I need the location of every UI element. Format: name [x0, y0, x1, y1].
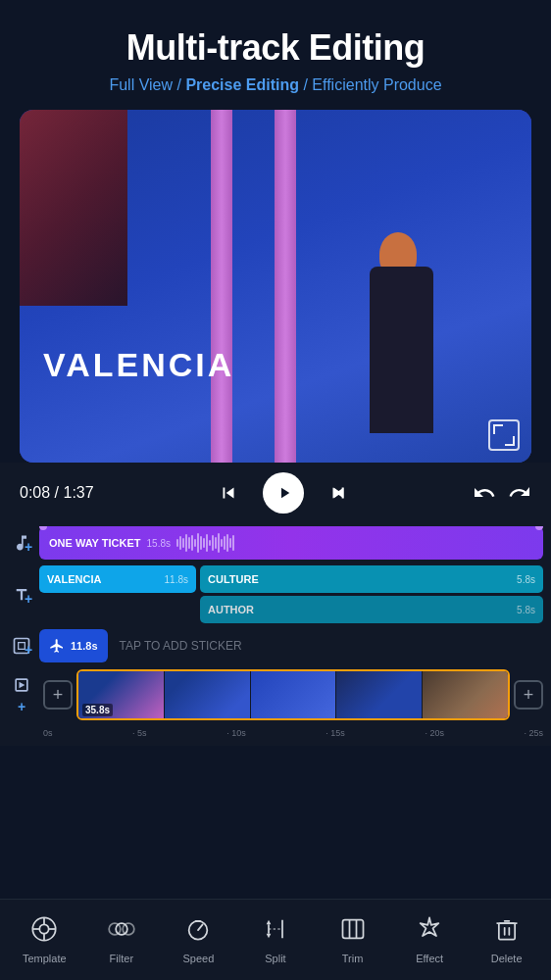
- pillar-left: [211, 110, 232, 463]
- valencia-track-label: VALENCIA: [47, 573, 101, 585]
- wave-bar: [209, 540, 211, 546]
- wave-bar: [200, 536, 202, 550]
- ruler-marks: 0s · 5s · 10s · 15s · 20s · 25s: [43, 728, 543, 738]
- delete-icon: [489, 911, 525, 947]
- header-subtitle: Full View / Precise Editing / Efficientl…: [20, 76, 531, 94]
- subtitle-precise: Precise Editing: [185, 76, 299, 93]
- add-video-after-button[interactable]: +: [514, 680, 543, 710]
- text-track-icon: +: [4, 586, 39, 604]
- wave-bar: [182, 538, 184, 548]
- valencia-track-duration: 11.8s: [165, 574, 188, 585]
- wave-bar: [218, 533, 220, 553]
- video-frame-0: 35.8s: [78, 671, 164, 718]
- timeline-ruler: 0s · 5s · 10s · 15s · 20s · 25s: [0, 724, 551, 742]
- wave-bar: [179, 536, 181, 550]
- time-display: 0:08 / 1:37: [20, 484, 94, 502]
- wave-bar: [185, 534, 187, 552]
- author-track-duration: 5.8s: [517, 605, 535, 615]
- svg-rect-17: [498, 923, 514, 939]
- effect-label: Effect: [416, 953, 443, 964]
- delete-label: Delete: [491, 953, 523, 964]
- skip-forward-button[interactable]: [327, 482, 349, 504]
- svg-point-2: [40, 924, 49, 933]
- music-track-duration: 15.8s: [147, 538, 171, 549]
- sticker-chip[interactable]: 11.8s: [39, 629, 108, 662]
- trim-label: Trim: [342, 953, 364, 964]
- waveform: [176, 533, 533, 553]
- undo-button[interactable]: [473, 481, 496, 505]
- dark-corner: [20, 110, 127, 306]
- wave-bar: [221, 539, 223, 547]
- play-button[interactable]: [263, 472, 304, 514]
- subtitle-efficient: Efficiently Produce: [312, 76, 441, 93]
- pillar-right: [275, 110, 296, 463]
- wave-bar: [215, 537, 217, 549]
- author-track[interactable]: AUTHOR 5.8s: [200, 596, 543, 623]
- ruler-0s: 0s: [43, 728, 53, 738]
- subtitle-sep-2: /: [303, 76, 312, 93]
- trim-icon: [335, 911, 371, 947]
- toolbar-item-filter[interactable]: Filter: [92, 911, 151, 964]
- template-icon: [26, 911, 62, 947]
- music-track-icon: +: [4, 533, 39, 553]
- music-track-content: ONE WAY TICKET 15.8s: [39, 526, 543, 560]
- valencia-track[interactable]: VALENCIA 11.8s: [39, 565, 196, 593]
- ruler-25s: · 25s: [524, 728, 543, 738]
- wave-bar: [191, 535, 193, 551]
- fullscreen-button[interactable]: [488, 419, 520, 451]
- ruler-20s: · 20s: [425, 728, 444, 738]
- track-marker-end: [535, 526, 543, 530]
- culture-track-duration: 5.8s: [517, 574, 535, 585]
- template-label: Template: [23, 953, 67, 964]
- bottom-toolbar: Template Filter Speed: [0, 899, 551, 980]
- split-icon: [258, 911, 293, 947]
- text-track-row: + VALENCIA 11.8s CULTURE 5.8s AUTHOR: [0, 563, 551, 626]
- video-frame-3: [336, 671, 422, 718]
- music-track-bar[interactable]: ONE WAY TICKET 15.8s: [39, 526, 543, 560]
- wave-bar: [194, 539, 196, 547]
- wave-bar: [224, 536, 225, 550]
- speed-label: Speed: [183, 953, 215, 964]
- track-marker-start: [39, 526, 47, 530]
- effect-icon: [412, 911, 447, 947]
- timeline-area: + ONE WAY TICKET 15.8s: [0, 523, 551, 742]
- toolbar-item-effect[interactable]: Effect: [400, 911, 459, 964]
- wave-bar: [203, 538, 205, 548]
- wave-bar: [226, 534, 228, 552]
- ruler-5s: · 5s: [132, 728, 147, 738]
- wave-bar: [176, 539, 178, 547]
- skip-back-button[interactable]: [218, 482, 239, 504]
- author-track-label: AUTHOR: [208, 604, 254, 615]
- sticker-track-content: 11.8s TAP TO ADD STICKER: [39, 629, 543, 662]
- redo-button[interactable]: [508, 481, 531, 505]
- video-frame-4: [423, 671, 508, 718]
- video-frames[interactable]: 35.8s: [76, 669, 510, 720]
- ruler-10s: · 10s: [226, 728, 246, 738]
- wave-bar: [229, 538, 231, 548]
- wave-bar: [206, 534, 208, 552]
- header: Multi-track Editing Full View / Precise …: [0, 0, 551, 110]
- undo-redo-controls: [473, 481, 531, 505]
- add-video-before-button[interactable]: +: [43, 680, 73, 710]
- scene-text: VALENCIA: [43, 346, 234, 384]
- toolbar-item-trim[interactable]: Trim: [324, 911, 382, 964]
- toolbar-item-template[interactable]: Template: [15, 911, 74, 964]
- ruler-15s: · 15s: [326, 728, 345, 738]
- toolbar-item-delete[interactable]: Delete: [477, 911, 536, 964]
- controls-bar: 0:08 / 1:37: [0, 463, 551, 523]
- wave-bar: [232, 535, 234, 551]
- culture-track[interactable]: CULTURE 5.8s: [200, 565, 543, 593]
- svg-rect-14: [342, 920, 363, 939]
- filter-label: Filter: [110, 953, 133, 964]
- person-figure: [360, 237, 443, 433]
- sticker-track-row: + 11.8s TAP TO ADD STICKER: [0, 626, 551, 665]
- sticker-track-icon: +: [4, 636, 39, 656]
- person-body: [370, 267, 433, 433]
- toolbar-item-split[interactable]: Split: [246, 911, 305, 964]
- sticker-placeholder: TAP TO ADD STICKER: [120, 639, 242, 653]
- text-track-content: VALENCIA 11.8s CULTURE 5.8s AUTHOR 5.8s: [39, 565, 543, 623]
- wave-bar: [188, 537, 190, 549]
- video-track-icons: +: [4, 675, 39, 714]
- toolbar-item-speed[interactable]: Speed: [169, 911, 227, 964]
- video-track-row: + + 35.8s +: [0, 665, 551, 724]
